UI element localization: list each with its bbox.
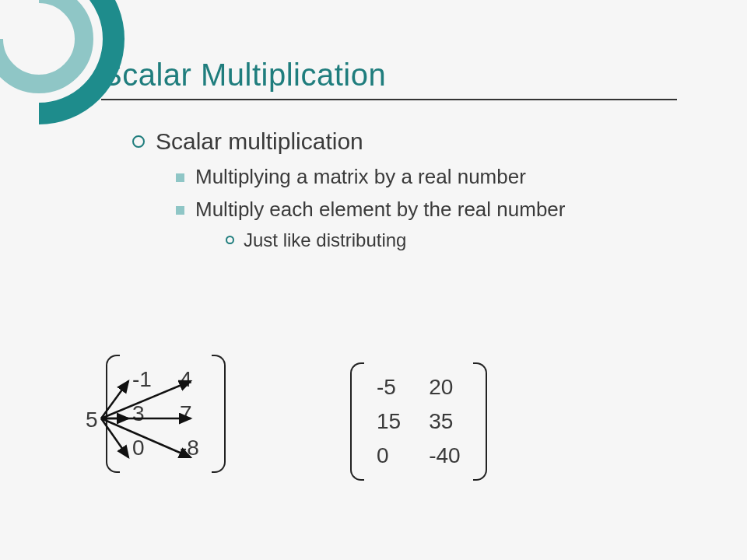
- title-underline: [101, 99, 677, 100]
- bullet-level2a-text: Multiplying a matrix by a real number: [195, 164, 526, 191]
- matrix-cell: 0: [118, 431, 166, 465]
- slide-content: Scalar multiplication Multiplying a matr…: [101, 128, 677, 251]
- example-area: 5 -1 4 3 7 0 -8: [70, 350, 693, 529]
- bullet-level3-text: Just like distributing: [244, 229, 406, 251]
- matrix-cell: 7: [166, 397, 213, 431]
- table-row: 0 -40: [363, 439, 475, 473]
- circle-bullet-icon: [226, 236, 234, 244]
- output-matrix: -5 20 15 35 0 -40: [350, 366, 487, 478]
- result-matrix-wrapper: -5 20 15 35 0 -40: [350, 366, 487, 483]
- input-matrix: -1 4 3 7 0 -8: [106, 358, 226, 470]
- table-row: 15 35: [363, 404, 475, 439]
- bullet-level1-text: Scalar multiplication: [156, 128, 363, 155]
- bullet-level1: Scalar multiplication: [132, 128, 677, 155]
- slide-title: Scalar Multiplication: [101, 58, 677, 93]
- bullet-level3: Just like distributing: [226, 229, 677, 251]
- bullet-level2: Multiply each element by the real number: [176, 197, 677, 223]
- output-matrix-grid: -5 20 15 35 0 -40: [363, 370, 475, 473]
- bullet-level2b-text: Multiply each element by the real number: [195, 197, 565, 223]
- bracket-left-icon: [350, 362, 364, 481]
- table-row: 0 -8: [118, 431, 213, 465]
- matrix-cell: 3: [118, 397, 166, 431]
- square-bullet-icon: [176, 206, 184, 215]
- scalar-times-matrix: 5 -1 4 3 7 0 -8: [86, 358, 226, 475]
- circle-bullet-icon: [132, 135, 145, 148]
- bullet-level2: Multiplying a matrix by a real number: [176, 164, 677, 191]
- scalar-value: 5: [86, 408, 98, 432]
- matrix-cell: 4: [166, 362, 213, 397]
- matrix-cell: 15: [363, 404, 415, 439]
- bracket-right-icon: [473, 362, 487, 481]
- matrix-cell: -5: [363, 370, 415, 404]
- bracket-right-icon: [212, 355, 226, 473]
- bracket-left-icon: [106, 355, 120, 473]
- matrix-cell: -8: [166, 431, 213, 465]
- square-bullet-icon: [176, 173, 184, 182]
- matrix-cell: -40: [415, 439, 474, 473]
- table-row: -5 20: [363, 370, 475, 404]
- matrix-cell: -1: [118, 362, 166, 397]
- table-row: 3 7: [118, 397, 213, 431]
- table-row: -1 4: [118, 362, 213, 397]
- slide-body: Scalar Multiplication Scalar multiplicat…: [0, 0, 747, 289]
- matrix-cell: 35: [415, 404, 474, 439]
- matrix-cell: 0: [363, 439, 415, 473]
- matrix-cell: 20: [415, 370, 474, 404]
- input-matrix-grid: -1 4 3 7 0 -8: [118, 362, 213, 465]
